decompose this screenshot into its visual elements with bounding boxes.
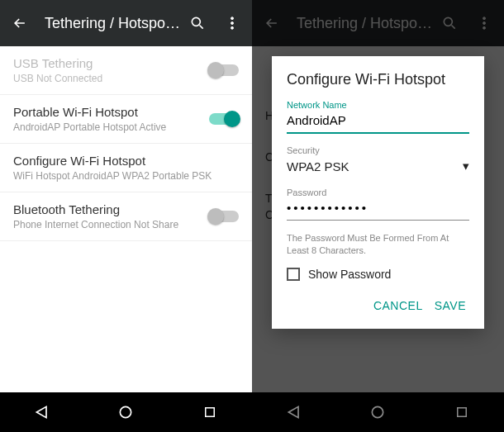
row-title: Portable Wi-Fi Hotspot — [13, 105, 209, 119]
row-title: Configure Wi-Fi Hotspot — [13, 154, 239, 168]
show-password-checkbox[interactable] — [287, 268, 300, 281]
nav-recent-icon[interactable] — [201, 403, 219, 421]
network-name-label: Network Name — [287, 100, 469, 110]
security-value: WPA2 PSK — [287, 159, 349, 173]
navbar — [0, 392, 252, 432]
password-label: Password — [287, 188, 469, 197]
network-name-input[interactable] — [287, 110, 469, 134]
row-title: Bluetooth Tethering — [13, 202, 209, 216]
svg-point-1 — [231, 17, 234, 20]
password-input[interactable] — [287, 197, 469, 221]
svg-point-4 — [121, 406, 131, 417]
row-bluetooth-tethering[interactable]: Bluetooth Tethering Phone Internet Conne… — [0, 192, 252, 241]
toggle-hotspot[interactable] — [209, 113, 239, 125]
right-phone: Tethering / Hotspot P... H C T C Configu — [252, 0, 504, 432]
svg-point-3 — [231, 26, 234, 29]
row-subtitle: WiFi Hotspot AndroidAP WPA2 Portable PSK — [13, 170, 239, 182]
page-title: Tethering / Hotspot P... — [45, 15, 181, 32]
security-select[interactable]: WPA2 PSK ▾ — [287, 155, 469, 181]
row-configure-hotspot[interactable]: Configure Wi-Fi Hotspot WiFi Hotspot And… — [0, 144, 252, 192]
row-subtitle: AndroidAP Portable Hotspot Active — [13, 121, 209, 133]
back-icon[interactable] — [10, 13, 30, 33]
row-portable-hotspot[interactable]: Portable Wi-Fi Hotspot AndroidAP Portabl… — [0, 95, 252, 144]
svg-point-2 — [231, 22, 234, 25]
password-hint: The Password Must Be Formed From At Leas… — [287, 232, 469, 258]
toggle-bluetooth[interactable] — [209, 211, 239, 222]
show-password-label: Show Password — [308, 268, 391, 281]
toolbar: Tethering / Hotspot P... — [0, 0, 252, 46]
search-icon[interactable] — [188, 13, 207, 33]
row-subtitle: USB Not Connected — [13, 73, 209, 84]
settings-list: USB Tethering USB Not Connected Portable… — [0, 46, 252, 392]
security-label: Security — [287, 145, 469, 155]
svg-point-0 — [192, 17, 200, 26]
chevron-down-icon: ▾ — [463, 159, 469, 173]
save-button[interactable]: SAVE — [431, 294, 469, 317]
row-subtitle: Phone Internet Connection Not Share — [13, 219, 209, 230]
nav-back-icon[interactable] — [33, 403, 51, 421]
left-phone: Tethering / Hotspot P... USB Tethering U… — [0, 0, 252, 432]
row-usb-tethering: USB Tethering USB Not Connected — [0, 46, 252, 95]
dialog-heading: Configure Wi-Fi Hotspot — [287, 71, 469, 88]
toggle-usb — [209, 64, 239, 76]
svg-rect-5 — [206, 408, 215, 417]
configure-hotspot-dialog: Configure Wi-Fi Hotspot Network Name Sec… — [272, 56, 484, 329]
cancel-button[interactable]: CANCEL — [370, 294, 426, 317]
show-password-row[interactable]: Show Password — [287, 268, 469, 281]
nav-home-icon[interactable] — [116, 403, 135, 421]
more-icon[interactable] — [222, 13, 242, 33]
row-title: USB Tethering — [13, 56, 209, 70]
